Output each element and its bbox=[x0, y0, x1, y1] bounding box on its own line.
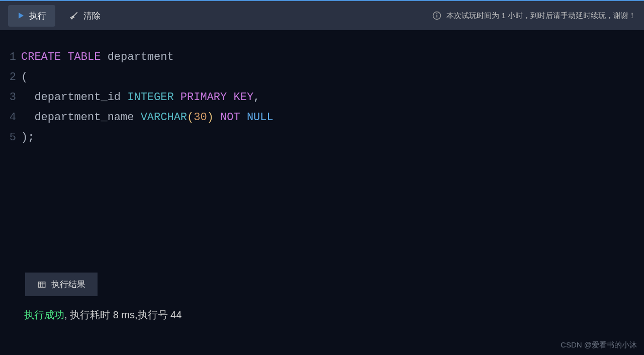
svg-point-2 bbox=[437, 14, 437, 14]
code-line: 4 department_name VARCHAR(30) NOT NULL bbox=[0, 108, 644, 128]
tab-result[interactable]: 执行结果 bbox=[25, 273, 98, 296]
result-tab-label: 执行结果 bbox=[51, 279, 85, 290]
clear-button[interactable]: 清除 bbox=[69, 10, 101, 22]
code-content: ( bbox=[21, 67, 644, 87]
code-content: ); bbox=[21, 128, 644, 148]
status-bar: 执行成功 , 执行耗时 8 ms,执行号 44 bbox=[0, 296, 644, 327]
line-number: 3 bbox=[0, 87, 21, 108]
clear-label: 清除 bbox=[83, 10, 101, 22]
status-detail: , 执行耗时 8 ms,执行号 44 bbox=[64, 308, 181, 322]
code-content: department_name VARCHAR(30) NOT NULL bbox=[21, 108, 644, 128]
line-number: 1 bbox=[0, 47, 21, 67]
play-icon bbox=[17, 12, 25, 20]
info-text: 本次试玩时间为 1 小时，到时后请手动延时续玩，谢谢！ bbox=[446, 11, 636, 21]
info-icon bbox=[432, 11, 441, 20]
toolbar: 执行 清除 本次试玩时间为 1 小时，到时后请手动延时续玩，谢谢！ bbox=[0, 1, 644, 30]
line-number: 5 bbox=[0, 128, 21, 148]
execute-button[interactable]: 执行 bbox=[8, 5, 55, 27]
execute-label: 执行 bbox=[29, 10, 46, 22]
table-icon bbox=[37, 280, 46, 289]
code-line: 2( bbox=[0, 67, 644, 87]
code-content: CREATE TABLE department bbox=[21, 47, 644, 67]
code-line: 1CREATE TABLE department bbox=[0, 47, 644, 67]
code-content: department_id INTEGER PRIMARY KEY, bbox=[21, 87, 644, 108]
line-number: 2 bbox=[0, 67, 21, 87]
status-success: 执行成功 bbox=[24, 308, 64, 322]
code-line: 3 department_id INTEGER PRIMARY KEY, bbox=[0, 87, 644, 108]
code-editor[interactable]: 1CREATE TABLE department2(3 department_i… bbox=[0, 30, 644, 273]
code-line: 5); bbox=[0, 128, 644, 148]
broom-icon bbox=[69, 11, 79, 21]
svg-rect-3 bbox=[38, 282, 45, 287]
line-number: 4 bbox=[0, 108, 21, 128]
info-message: 本次试玩时间为 1 小时，到时后请手动延时续玩，谢谢！ bbox=[432, 11, 636, 21]
watermark: CSDN @爱看书的小沐 bbox=[561, 340, 637, 350]
result-tabs: 执行结果 bbox=[0, 273, 644, 296]
